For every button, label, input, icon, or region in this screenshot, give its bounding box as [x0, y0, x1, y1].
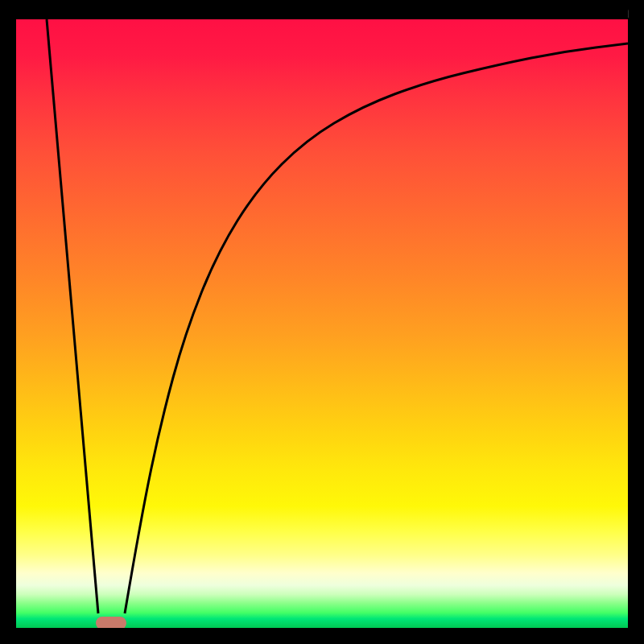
right-curve-path — [125, 43, 628, 613]
chart-frame — [16, 0, 628, 628]
marker-pill — [96, 617, 126, 628]
plot-area — [16, 19, 628, 628]
left-slope-path — [47, 19, 98, 613]
curve-layer — [16, 19, 628, 628]
